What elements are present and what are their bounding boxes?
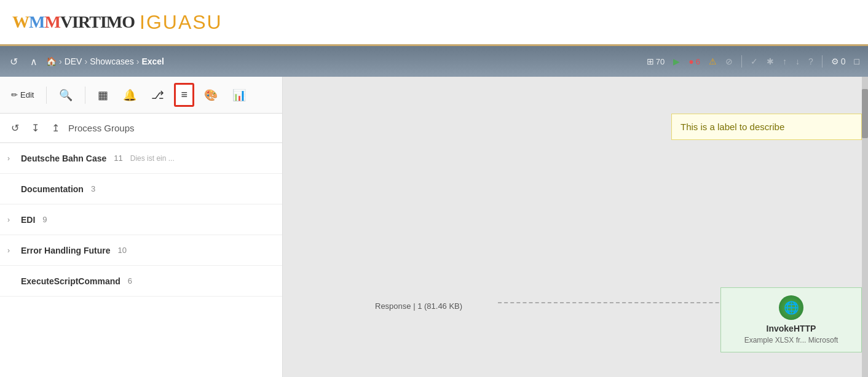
connector-line (498, 302, 744, 303)
toolbar-area: ✏ Edit 🔍 ▦ 🔔 ⎇ ≡ 🎨 📊 (0, 77, 282, 114)
branch-icon: ⎇ (151, 88, 164, 102)
process-name: EDI (21, 215, 35, 225)
check-icon: ✓ (748, 55, 760, 68)
warning-icon: ⚠ (706, 55, 719, 68)
process-count: 11 (114, 154, 122, 163)
process-count: 6 (128, 276, 132, 286)
logo: WMMVIRTIMO IGUASU (12, 11, 223, 34)
canvas-area[interactable]: This is a label to describe Response | 1… (283, 77, 868, 377)
label-text: This is a label to describe (681, 122, 784, 132)
nav-bar: ↺ ∧ 🏠 › DEV › Showcases › Excel ⊞ 70 ▶ ●… (0, 46, 868, 77)
chevron-icon: › (7, 246, 16, 255)
logo-virtimo: WMMVIRTIMO (12, 12, 135, 32)
scrollbar-track[interactable] (862, 77, 868, 377)
edit-icon: ✏ (11, 90, 18, 99)
list-button[interactable]: ≡ (174, 83, 194, 107)
play-button[interactable]: ▶ (671, 55, 682, 68)
palette-icon: 🎨 (204, 88, 218, 102)
process-name: Deutsche Bahn Case (21, 154, 106, 163)
list-item[interactable]: Documentation 3 (0, 174, 282, 204)
block-icon: ⊘ (723, 55, 735, 68)
process-groups-header: ↺ ↧ ↥ Process Groups (0, 114, 282, 143)
process-desc: Dies ist ein ... (130, 154, 175, 163)
process-count: 3 (91, 184, 95, 193)
filter-settings-icon[interactable]: ⚙ 0 (829, 55, 848, 68)
asterisk-icon: ✱ (764, 55, 776, 68)
bell-button[interactable]: 🔔 (118, 85, 141, 106)
layers-icon: ⊞ 70 (644, 55, 667, 68)
invoke-http-title: InvokeHTTP (767, 324, 816, 333)
scrollbar-thumb[interactable] (862, 89, 868, 138)
toolbar-divider2 (822, 55, 823, 68)
toolbar-divider-v1 (46, 87, 47, 104)
invoke-http-node[interactable]: 🌐 InvokeHTTP Example XLSX fr... Microsof… (720, 287, 862, 352)
process-count: 9 (42, 215, 47, 224)
pg-sort-asc-button[interactable]: ↧ (28, 120, 43, 136)
chevron-icon: › (7, 216, 16, 224)
refresh-button[interactable]: ↺ (6, 53, 22, 70)
collapse-button[interactable]: ∧ (26, 53, 41, 70)
palette-button[interactable]: 🎨 (199, 85, 223, 106)
breadcrumb-sep2: › (84, 56, 87, 66)
chart-icon: 📊 (232, 88, 246, 102)
list-item[interactable]: › EDI 9 (0, 204, 282, 235)
breadcrumb-home-icon: 🏠 (46, 56, 57, 66)
upload-icon: ↑ (780, 55, 789, 68)
bell-icon: 🔔 (123, 88, 136, 102)
zoom-in-icon: 🔍 (59, 88, 73, 102)
list-item[interactable]: › Deutsche Bahn Case 11 Dies ist ein ... (0, 143, 282, 174)
response-label: Response | 1 (81.46 KB) (375, 301, 462, 311)
logo-iguasu: IGUASU (140, 11, 223, 34)
label-node: This is a label to describe (671, 114, 862, 140)
main-layout: ✏ Edit 🔍 ▦ 🔔 ⎇ ≡ 🎨 📊 (0, 77, 868, 377)
chart-button[interactable]: 📊 (227, 85, 251, 106)
process-count: 10 (117, 246, 126, 255)
invoke-http-globe-icon: 🌐 (779, 295, 803, 320)
chevron-icon: › (7, 154, 16, 163)
breadcrumb-sep1: › (59, 56, 62, 66)
pg-sort-desc-button[interactable]: ↥ (48, 120, 63, 136)
process-name: ExecuteScriptCommand (21, 276, 120, 286)
edit-button[interactable]: ✏ Edit (6, 88, 39, 102)
sidebar: ✏ Edit 🔍 ▦ 🔔 ⎇ ≡ 🎨 📊 (0, 77, 283, 377)
window-icon[interactable]: □ (852, 55, 862, 68)
process-groups-title: Process Groups (68, 123, 135, 133)
toolbar-divider-v2 (85, 87, 85, 104)
breadcrumb-excel: Excel (141, 56, 164, 66)
help-icon: ? (806, 55, 816, 68)
toolbar-divider1 (741, 55, 742, 68)
edit-label: Edit (20, 90, 34, 99)
error-count: ● 6 (686, 55, 703, 68)
calendar-icon: ▦ (98, 88, 108, 102)
list-icon: ≡ (181, 88, 187, 101)
breadcrumb-sep3: › (136, 56, 140, 66)
branch-button[interactable]: ⎇ (146, 85, 169, 106)
download-icon: ↓ (793, 55, 802, 68)
breadcrumb-dev[interactable]: DEV (65, 56, 82, 66)
process-list: › Deutsche Bahn Case 11 Dies ist ein ...… (0, 143, 282, 377)
list-item[interactable]: ExecuteScriptCommand 6 (0, 266, 282, 297)
calendar-button[interactable]: ▦ (93, 85, 113, 106)
process-name: Documentation (21, 184, 84, 194)
breadcrumb-showcases[interactable]: Showcases (90, 56, 134, 66)
process-name: Error Handling Future (21, 246, 110, 255)
invoke-http-subtitle: Example XLSX fr... Microsoft (744, 336, 838, 344)
zoom-in-button[interactable]: 🔍 (54, 85, 77, 106)
pg-refresh-button[interactable]: ↺ (7, 120, 23, 136)
list-item[interactable]: › Error Handling Future 10 (0, 235, 282, 266)
breadcrumb: 🏠 › DEV › Showcases › Excel (46, 56, 164, 66)
right-toolbar: ⊞ 70 ▶ ● 6 ⚠ ⊘ ✓ ✱ ↑ ↓ ? ⚙ 0 □ (644, 55, 862, 68)
header: WMMVIRTIMO IGUASU (0, 0, 868, 46)
